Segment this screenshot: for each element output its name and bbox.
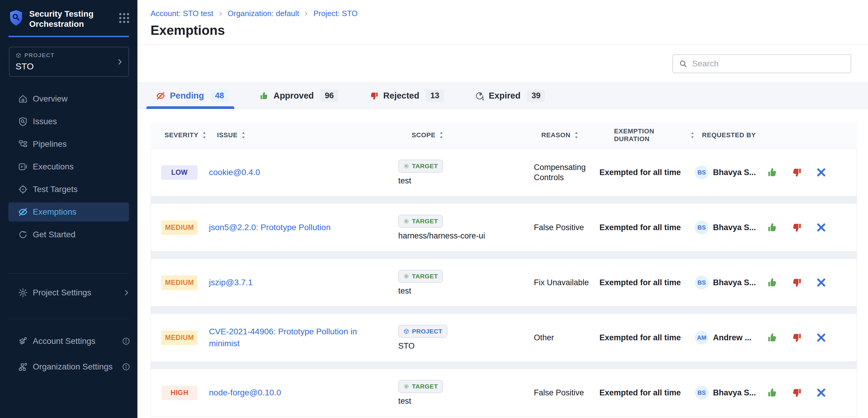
project-selector[interactable]: PROJECT STO [9,47,129,77]
get-started-icon [18,230,28,240]
table-row: MEDIUM json5@2.2.0: Prototype Pollution … [151,203,857,252]
info-icon[interactable] [122,337,130,345]
sidebar-item-account-settings[interactable]: Account Settings [0,330,137,352]
target-icon [403,273,409,279]
reason-cell: False Positive [534,222,595,233]
sort-icon [574,132,579,139]
app-grid-icon[interactable] [119,13,129,23]
dismiss-button[interactable] [816,222,827,233]
dismiss-button[interactable] [816,332,827,343]
scope-badge: PROJECT [398,325,447,338]
search-box [673,54,851,73]
issue-link[interactable]: node-forge@0.10.0 [209,387,281,398]
reject-button[interactable] [792,222,802,233]
breadcrumb-project[interactable]: Project: STO [313,9,358,18]
requester-name: Bhavya S... [713,223,756,232]
sidebar-item-pipelines[interactable]: Pipelines [0,133,137,155]
issue-link[interactable]: cookie@0.4.0 [209,166,260,178]
layers-gear-icon [18,336,28,346]
breadcrumb-organization[interactable]: Organization: default [228,9,299,18]
duration-cell: Exempted for all time [599,223,695,232]
issue-link[interactable]: CVE-2021-44906: Prototype Pollution in m… [209,326,382,350]
column-header-scope[interactable]: SCOPE [398,131,533,139]
info-icon[interactable] [122,362,130,371]
column-header-issue[interactable]: ISSUE [209,131,398,139]
severity-badge: MEDIUM [161,275,197,290]
app-logo-shield-icon [9,9,23,26]
approve-button[interactable] [767,387,778,398]
avatar: BS [695,166,709,179]
severity-badge: HIGH [161,386,197,400]
sidebar-item-organization-settings[interactable]: Organization Settings [0,355,137,378]
sidebar-item-executions[interactable]: Executions [0,155,137,178]
search-input[interactable] [692,59,845,68]
issue-link[interactable]: json5@2.2.0: Prototype Pollution [209,221,331,234]
tab-label: Pending [170,91,204,101]
chevron-right-icon [116,58,124,66]
approve-button[interactable] [767,332,778,343]
table-row: MEDIUM jszip@3.7.1 TARGET test Fix Unava… [151,258,857,307]
requester-name: Andrew ... [713,333,751,342]
dismiss-button[interactable] [816,387,827,398]
target-icon [403,218,409,224]
sidebar-item-label: Account Settings [33,337,95,346]
scope-type-label: TARGET [412,163,438,170]
exemptions-table: SEVERITY ISSUE SCOPE REASON EXEMPTION DU… [151,122,857,417]
sort-icon [241,132,246,139]
sidebar: Security Testing Orchestration PROJECT S… [0,0,137,418]
main-content: Account: STO test Organization: default … [137,0,868,418]
sidebar-item-label: Executions [33,162,73,172]
target-icon [403,383,409,389]
table-row: HIGH node-forge@0.10.0 TARGET test False… [151,369,857,417]
avatar: AM [695,331,709,345]
page-title: Exemptions [151,23,868,38]
approve-button[interactable] [767,167,778,178]
column-header-exemption-duration[interactable]: EXEMPTION DURATION [599,128,694,143]
home-icon [18,94,28,104]
reason-cell: False Positive [534,388,595,398]
duration-cell: Exempted for all time [599,278,695,287]
severity-badge: MEDIUM [161,220,197,235]
sidebar-item-exemptions[interactable]: Exemptions [8,203,129,221]
shield-search-icon [18,116,28,127]
sidebar-item-label: Pipelines [33,139,67,149]
tab-expired[interactable]: Expired 39 [475,83,545,109]
tab-approved[interactable]: Approved 96 [259,83,338,109]
reject-button[interactable] [792,167,802,178]
sidebar-item-get-started[interactable]: Get Started [0,223,137,246]
tab-pending[interactable]: Pending 48 [156,83,228,109]
dismiss-button[interactable] [816,167,827,178]
scope-badge: TARGET [398,215,443,228]
duration-cell: Exempted for all time [599,168,695,177]
sidebar-divider [8,319,129,319]
reject-button[interactable] [792,277,802,288]
column-header-requested-by: REQUESTED BY [694,131,766,139]
table-body: LOW cookie@0.4.0 TARGET test Compensatin… [151,148,857,417]
column-header-severity[interactable]: SEVERITY [161,131,209,139]
scope-name: STO [398,342,414,351]
sidebar-item-issues[interactable]: Issues [0,110,137,133]
table-row: LOW cookie@0.4.0 TARGET test Compensatin… [151,148,857,197]
breadcrumb-account[interactable]: Account: STO test [151,9,213,18]
dismiss-button[interactable] [816,277,827,288]
tab-rejected[interactable]: Rejected 13 [369,83,444,109]
issue-link[interactable]: jszip@3.7.1 [209,277,253,288]
toolbar [137,45,868,82]
sidebar-item-overview[interactable]: Overview [0,88,137,110]
project-selector-label: PROJECT [25,52,55,59]
sidebar-item-project-settings[interactable]: Project Settings [0,281,137,304]
sidebar-item-label: Get Started [33,230,75,239]
sort-icon [690,132,694,139]
approve-button[interactable] [767,222,778,233]
executions-icon [18,162,28,172]
reject-button[interactable] [792,332,802,343]
sidebar-item-test-targets[interactable]: Test Targets [0,178,137,201]
scope-name: test [398,176,411,185]
approve-button[interactable] [767,277,778,288]
tab-count-badge: 48 [211,90,228,102]
column-header-reason[interactable]: REASON [533,131,599,139]
table-row: MEDIUM CVE-2021-44906: Prototype Polluti… [151,314,857,362]
requester-name: Bhavya S... [713,278,756,287]
cube-icon [403,328,409,334]
reject-button[interactable] [792,387,802,398]
